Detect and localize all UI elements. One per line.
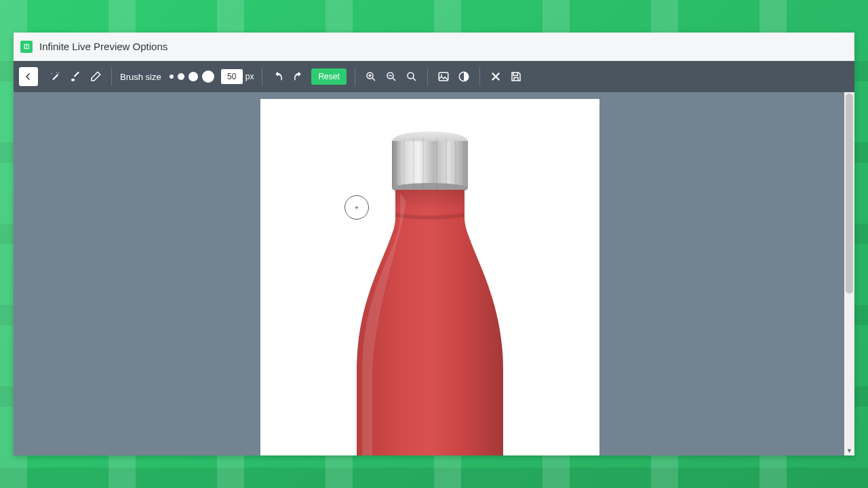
vertical-scrollbar[interactable]: ▲ ▼	[844, 92, 854, 455]
chevron-left-icon	[24, 73, 33, 81]
undo-icon	[272, 70, 284, 83]
svg-point-4	[441, 75, 442, 76]
brush-preset-sm[interactable]	[178, 73, 184, 80]
image-button[interactable]	[433, 66, 454, 87]
svg-point-2	[408, 73, 414, 79]
redo-icon	[292, 70, 304, 83]
app-icon: ◫	[20, 41, 33, 53]
eraser-button[interactable]	[85, 66, 106, 87]
undo-button[interactable]	[268, 66, 288, 87]
canvas-area[interactable]: ▲ ▼	[14, 92, 854, 455]
close-button[interactable]	[486, 66, 506, 87]
redo-button[interactable]	[288, 66, 309, 87]
svg-rect-17	[395, 190, 465, 210]
scroll-thumb[interactable]	[846, 94, 853, 293]
separator	[111, 67, 112, 86]
separator	[479, 67, 480, 86]
zoom-in-icon	[365, 70, 377, 83]
brush-button[interactable]	[65, 66, 85, 87]
scroll-down-arrow[interactable]: ▼	[844, 445, 854, 455]
contrast-icon	[458, 70, 470, 83]
zoom-in-button[interactable]	[361, 66, 381, 87]
zoom-out-button[interactable]	[381, 66, 401, 87]
toolbar: Brush size px Reset	[14, 61, 854, 92]
separator	[427, 67, 428, 86]
titlebar: ◫ Infinite Live Preview Options	[14, 33, 854, 61]
brush-size-presets	[170, 70, 214, 83]
brush-size-label: Brush size	[120, 72, 161, 82]
back-button[interactable]	[19, 67, 38, 86]
brush-icon	[69, 70, 81, 83]
separator	[262, 67, 262, 86]
magic-wand-button[interactable]	[45, 66, 65, 87]
brush-preset-xs[interactable]	[170, 75, 174, 79]
contrast-button[interactable]	[454, 66, 474, 87]
brush-preset-md[interactable]	[189, 72, 198, 81]
image-icon	[437, 70, 450, 83]
save-button[interactable]	[506, 66, 526, 87]
eraser-icon	[90, 70, 102, 83]
zoom-fit-button[interactable]	[401, 66, 422, 87]
magic-wand-icon	[49, 70, 61, 83]
separator	[355, 67, 355, 86]
page-title: Infinite Live Preview Options	[39, 41, 167, 52]
zoom-out-icon	[385, 70, 397, 83]
save-icon	[510, 70, 522, 83]
svg-rect-7	[392, 141, 468, 188]
close-icon	[490, 70, 502, 83]
reset-button[interactable]: Reset	[311, 68, 346, 85]
image-canvas[interactable]	[260, 99, 599, 455]
brush-unit-label: px	[245, 72, 254, 81]
editor-window: ◫ Infinite Live Preview Options Brush si…	[14, 33, 854, 455]
brush-size-input[interactable]	[221, 69, 243, 84]
product-image	[260, 99, 599, 455]
brush-preset-lg[interactable]	[202, 70, 214, 83]
search-icon	[406, 70, 418, 83]
